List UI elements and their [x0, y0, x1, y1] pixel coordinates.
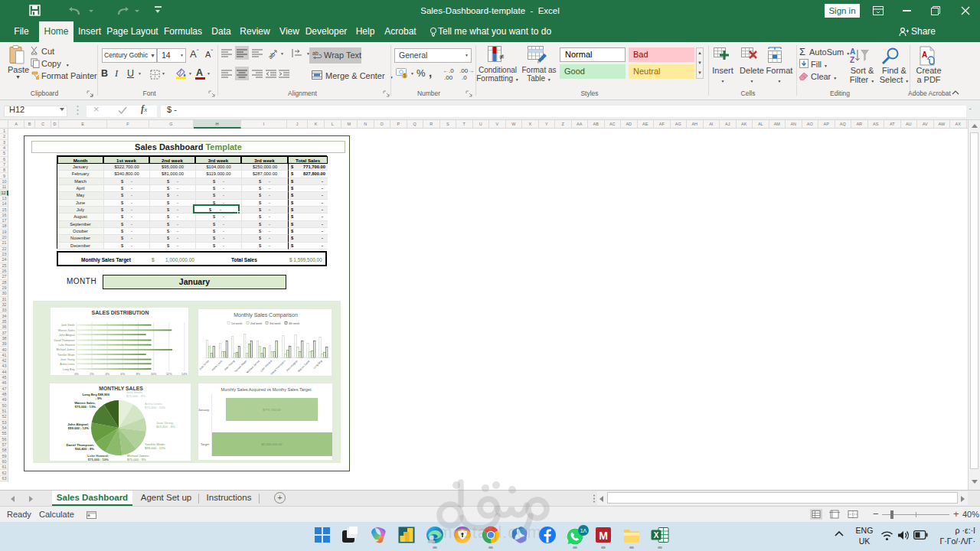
svg-text:Jean Young: Jean Young — [224, 360, 235, 371]
svg-text:$99,000 ; 12%: $99,000 ; 12% — [68, 426, 90, 430]
svg-text:Target: Target — [201, 442, 210, 446]
svg-text:Luke Howard: Luke Howard — [260, 360, 273, 373]
svg-text:$60,400 ; 8%: $60,400 ; 8% — [75, 447, 94, 451]
svg-text:0%: 0% — [74, 373, 79, 376]
svg-text:January: January — [198, 408, 209, 412]
svg-text:Z: Z — [850, 56, 854, 64]
svg-text:Aisha Lewis: Aisha Lewis — [211, 360, 224, 372]
svg-text:Michael James: Michael James — [57, 348, 75, 351]
svg-text:$: $ — [403, 73, 407, 78]
svg-text:Warren Sales: Warren Sales — [58, 329, 75, 332]
svg-text:$75,000 : 9%: $75,000 : 9% — [127, 458, 146, 461]
svg-text:14%: 14% — [181, 373, 188, 376]
svg-text:$1,000,000.00: $1,000,000.00 — [262, 442, 283, 446]
svg-text:ab: ab — [312, 51, 318, 56]
svg-text:Twinkle Wade: Twinkle Wade — [234, 360, 248, 373]
svg-text:M: M — [599, 530, 608, 542]
svg-text:$771,700.00: $771,700.00 — [263, 408, 281, 412]
svg-text:1Λ: 1Λ — [580, 528, 587, 533]
svg-text:12%: 12% — [166, 373, 172, 376]
svg-text:$75,000 : 10%: $75,000 : 10% — [88, 458, 109, 461]
svg-text:≠: ≠ — [499, 52, 504, 61]
svg-text:John Abignal: John Abignal — [286, 360, 299, 373]
svg-text:4%: 4% — [105, 373, 109, 376]
svg-text:Jean Young: Jean Young — [60, 358, 75, 361]
svg-text:; 9%: ; 9% — [95, 396, 102, 400]
svg-text:Long Beg: Long Beg — [312, 360, 322, 370]
svg-text:1st week: 1st week — [231, 322, 242, 325]
svg-text:4th week: 4th week — [289, 322, 300, 325]
svg-text:$75,000 : 10%: $75,000 : 10% — [145, 406, 165, 409]
svg-text:A: A — [922, 51, 927, 59]
svg-text:X: X — [653, 531, 658, 540]
svg-text:Josh Smith: Josh Smith — [61, 324, 75, 327]
svg-text:Aisha Lewis: Aisha Lewis — [60, 363, 74, 366]
svg-text:Michael James: Michael James — [246, 360, 260, 374]
svg-text:$75,000 : 9%: $75,000 : 9% — [126, 394, 145, 398]
svg-text:Warren Sales: Warren Sales — [297, 360, 310, 373]
svg-text:Josh Smith: Josh Smith — [198, 360, 210, 371]
svg-text:6%: 6% — [121, 373, 126, 376]
svg-text:3rd week: 3rd week — [270, 322, 281, 325]
svg-text:$75,000 : 13%: $75,000 : 13% — [75, 405, 96, 409]
svg-text:2%: 2% — [90, 373, 94, 376]
svg-text:David Thompson: David Thompson — [54, 339, 74, 342]
svg-text:Long Beg: Long Beg — [63, 368, 74, 371]
svg-text:John Abignal: John Abignal — [59, 334, 75, 337]
svg-text:Luke Howard: Luke Howard — [58, 344, 74, 347]
svg-text:Twinkle Wade: Twinkle Wade — [57, 354, 74, 357]
svg-text:10%: 10% — [151, 373, 157, 376]
svg-text:8%: 8% — [136, 373, 141, 376]
svg-text:A: A — [850, 47, 855, 56]
svg-text:$99,000 : 12%: $99,000 : 12% — [145, 446, 165, 450]
svg-text:$63,800 ; 8%: $63,800 ; 8% — [156, 425, 175, 429]
svg-text:2nd week: 2nd week — [250, 322, 263, 325]
